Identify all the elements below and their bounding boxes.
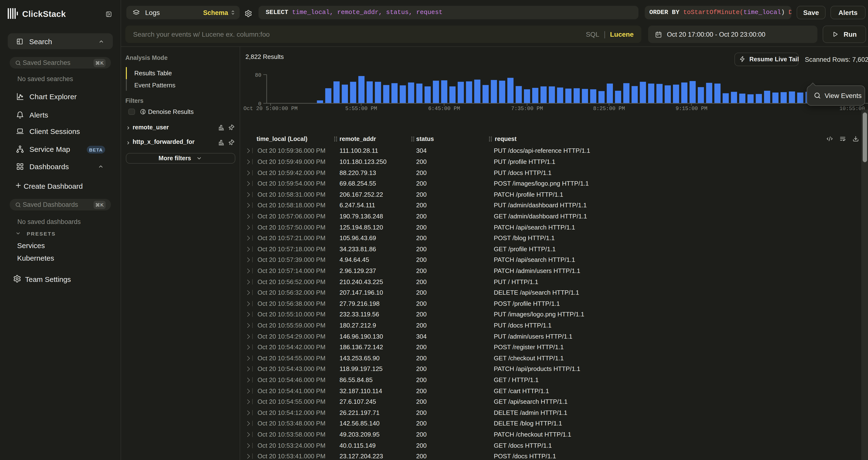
svg-text:5:55:00 PM: 5:55:00 PM [345, 106, 377, 112]
svg-text:7:35:00 PM: 7:35:00 PM [511, 106, 543, 112]
svg-text:9:15:00 PM: 9:15:00 PM [676, 106, 707, 112]
svg-text:6:45:00 PM: 6:45:00 PM [428, 106, 460, 112]
svg-text:Oct 20 5:00:00 PM: Oct 20 5:00:00 PM [244, 106, 298, 112]
svg-text:8:25:00 PM: 8:25:00 PM [593, 106, 625, 112]
svg-text:80: 80 [255, 73, 261, 79]
